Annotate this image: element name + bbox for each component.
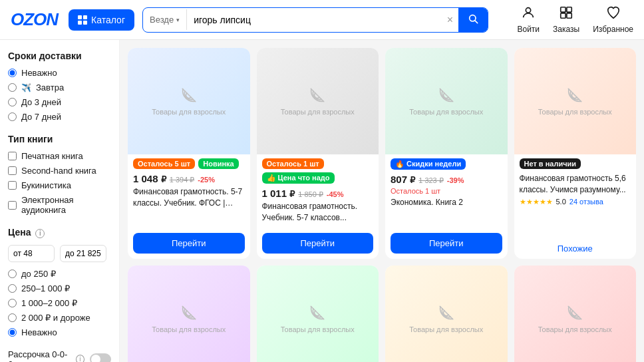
product-info: 1 011 ₽ 1 850 ₽ -45% Финансовая грамотно… [257,185,379,229]
price-option-1000-2000[interactable]: 1 000–2 000 ₽ [8,298,111,308]
delivery-tomorrow-label: Завтра [36,83,64,92]
delivery-3days-label: До 3 дней [21,97,61,107]
product-image: Товары для взрослых [257,48,379,154]
delivery-filter-title: Сроки доставки [8,51,111,61]
product-image: Товары для взрослых [128,48,250,154]
product-title: Финансовая грамотность 5,6 классы. Учимс… [520,173,631,196]
price-1000-2000-label: 1 000–2 000 ₽ [21,298,77,308]
product-title: Финансовая грамотность. Учебник. 5-7 кла… [262,201,374,224]
book-type-rare[interactable]: Букинистика [8,180,111,190]
product-info: 1 048 ₽ 1 394 ₽ -25% Финансовая грамотно… [128,170,250,229]
price-option-2000plus[interactable]: 2 000 ₽ и дороже [8,313,111,323]
svg-point-2 [526,8,531,13]
adult-label: Товары для взрослых [152,108,226,116]
badge-row: 🔥 Скидки недели [385,154,508,171]
adult-restricted-icon [438,87,455,104]
badge-new: Новинка [198,158,238,169]
price-old: 1 850 ₽ [298,190,323,199]
installment-filter-section: Рассрочка 0-0-6 i [8,349,111,362]
stock-warning: Осталось 1 шт [391,187,502,195]
price-current: 1 048 ₽ [133,173,166,184]
adult-label: Товары для взрослых [281,325,355,333]
installment-row: Рассрочка 0-0-6 i [8,349,111,362]
price-discount: -45% [327,190,344,198]
adult-restricted-icon [180,87,198,104]
delivery-option-3days[interactable]: До 3 дней [8,97,111,107]
orders-action[interactable]: Заказы [553,5,579,34]
badge-row: Нет в наличии [514,154,637,170]
search-scope-dropdown[interactable]: Везде ▾ [143,9,187,30]
badge-sale: 🔥 Скидки недели [391,158,466,170]
svg-rect-6 [567,13,571,18]
search-scope-label: Везде [150,15,174,25]
logo[interactable]: OZON [11,9,58,30]
search-input[interactable] [187,9,442,31]
search-button[interactable] [458,8,488,32]
adult-restricted-icon [438,304,455,321]
clear-search-icon[interactable]: × [442,14,458,26]
similar-products-button[interactable]: Похожие [520,244,631,254]
sidebar: Сроки доставки Неважно ✈️ Завтра До 3 дн… [0,40,120,362]
signin-action[interactable]: Войти [517,5,540,34]
price-option-any[interactable]: Неважно [8,327,111,337]
price-to-input[interactable] [60,245,106,262]
book-type-ebook-label: Электронная аудиокнига [21,195,111,215]
heart-icon [606,5,621,23]
installment-toggle[interactable] [90,353,111,362]
book-type-secondhand[interactable]: Second-hand книга [8,166,111,176]
plane-icon: ✈️ [21,83,31,92]
delivery-7days-label: До 7 дней [21,112,61,122]
delivery-option-7days[interactable]: До 7 дней [8,112,111,122]
delivery-option-tomorrow[interactable]: ✈️ Завтра [8,83,111,92]
adult-label: Товары для взрослых [409,325,483,333]
badge-remaining: Осталось 1 шт [262,158,324,169]
product-image: Товары для взрослых [385,48,508,154]
price-line: 1 011 ₽ 1 850 ₽ -45% [262,188,374,199]
price-option-250-1000[interactable]: 250–1 000 ₽ [8,283,111,293]
price-from-input[interactable] [8,245,55,262]
adult-restricted-icon [309,304,326,321]
badge-row: Осталось 5 штНовинка [128,154,250,170]
product-card: Товары для взрослых [385,266,508,362]
book-type-print[interactable]: Печатная книга [8,151,111,161]
rating-row: ★★★★★ 5.0 24 отзыва [520,198,631,206]
product-card: Товары для взрослых Осталось 5 штНовинка… [128,48,250,259]
delivery-option-any[interactable]: Неважно [8,68,111,78]
installment-info-icon[interactable]: i [76,355,84,362]
product-image: Товары для взрослых [514,48,637,154]
catalog-button[interactable]: Каталог [69,9,134,31]
price-line: 1 048 ₽ 1 394 ₽ -25% [133,173,245,184]
search-bar: Везде ▾ × [142,7,488,33]
delivery-any-label: Неважно [21,68,57,78]
product-image: Товары для взрослых [257,266,379,362]
go-to-product-button[interactable]: Перейти [391,233,502,254]
adult-label: Товары для взрослых [538,325,612,333]
book-type-print-label: Печатная книга [21,151,83,161]
product-card: Товары для взрослых Нет в наличииФинансо… [514,48,637,259]
price-2000plus-label: 2 000 ₽ и дороже [21,313,90,323]
price-discount: -39% [447,176,464,184]
price-any-label: Неважно [21,327,57,337]
price-current: 1 011 ₽ [262,188,295,199]
favorites-action[interactable]: Избранное [593,5,633,34]
go-to-product-button[interactable]: Перейти [262,233,374,254]
orders-label: Заказы [553,25,579,34]
installment-label: Рассрочка 0-0-6 [8,349,69,362]
price-250-label: до 250 ₽ [21,269,56,279]
price-250-1000-label: 250–1 000 ₽ [21,283,70,293]
price-option-250[interactable]: до 250 ₽ [8,269,111,279]
product-card: Товары для взрослых Осталось 1 шт👍 Цена … [257,48,379,259]
product-card: Товары для взрослых 🔥 Скидки недели 807 … [385,48,508,259]
badge-remaining: Осталось 5 шт [133,158,195,169]
favorites-label: Избранное [593,25,633,34]
book-type-filter-section: Тип книги Печатная книга Second-hand кни… [8,134,111,215]
product-card: Товары для взрослых 🎁 200 баллов за отзы… [128,266,250,362]
price-info-icon[interactable]: i [35,229,45,238]
product-info: Финансовая грамотность 5,6 классы. Учимс… [514,170,637,240]
adult-label: Товары для взрослых [538,108,612,116]
go-to-product-button[interactable]: Перейти [133,233,245,254]
grid-icon [78,15,87,25]
book-type-rare-label: Букинистика [21,180,71,190]
adult-restricted-icon [309,87,326,104]
book-type-ebook[interactable]: Электронная аудиокнига [8,195,111,215]
